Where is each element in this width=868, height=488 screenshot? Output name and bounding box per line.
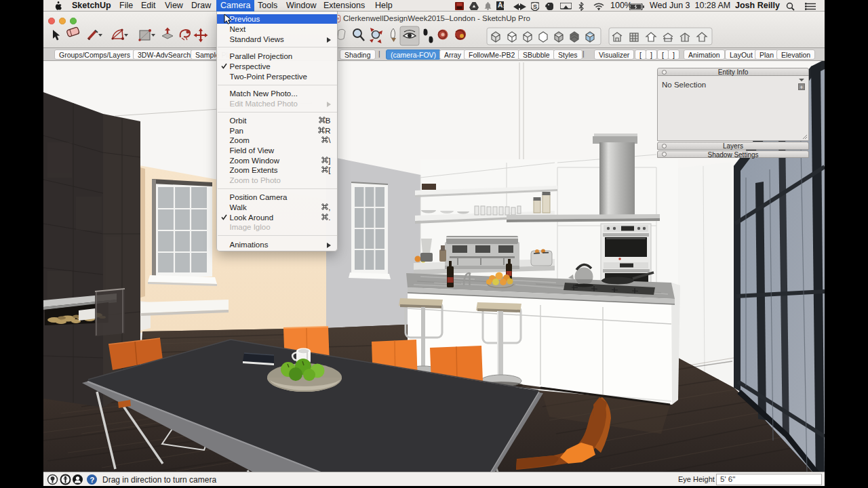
svg-text:?: ? xyxy=(90,476,95,484)
svg-text:S: S xyxy=(533,3,537,9)
